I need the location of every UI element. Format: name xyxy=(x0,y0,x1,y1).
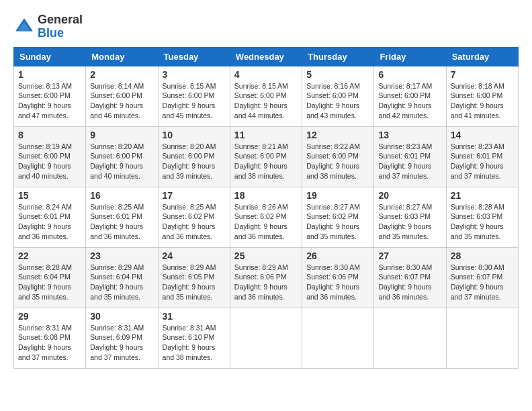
day-number: 5 xyxy=(306,69,369,80)
day-info: Sunrise: 8:27 AM Sunset: 6:02 PM Dayligh… xyxy=(306,202,369,242)
calendar-cell: 2 Sunrise: 8:14 AM Sunset: 6:00 PM Dayli… xyxy=(86,66,158,126)
weekday-header-sunday: Sunday xyxy=(14,47,86,66)
day-info: Sunrise: 8:18 AM Sunset: 6:00 PM Dayligh… xyxy=(451,81,514,121)
day-info: Sunrise: 8:28 AM Sunset: 6:03 PM Dayligh… xyxy=(451,202,514,242)
logo-icon xyxy=(13,16,35,38)
day-number: 15 xyxy=(18,190,81,201)
calendar-cell: 27 Sunrise: 8:30 AM Sunset: 6:07 PM Dayl… xyxy=(374,247,446,308)
day-number: 23 xyxy=(90,250,153,261)
weekday-header-tuesday: Tuesday xyxy=(158,47,230,66)
day-info: Sunrise: 8:31 AM Sunset: 6:09 PM Dayligh… xyxy=(90,323,153,363)
day-number: 8 xyxy=(18,130,81,140)
day-number: 7 xyxy=(451,69,514,80)
calendar-cell: 29 Sunrise: 8:31 AM Sunset: 6:08 PM Dayl… xyxy=(14,308,86,368)
day-number: 13 xyxy=(378,130,441,140)
calendar-cell: 10 Sunrise: 8:20 AM Sunset: 6:00 PM Dayl… xyxy=(158,126,230,187)
calendar-cell: 11 Sunrise: 8:21 AM Sunset: 6:00 PM Dayl… xyxy=(230,126,302,187)
day-info: Sunrise: 8:28 AM Sunset: 6:04 PM Dayligh… xyxy=(18,263,81,302)
calendar-cell: 13 Sunrise: 8:23 AM Sunset: 6:01 PM Dayl… xyxy=(374,126,446,187)
day-number: 2 xyxy=(90,69,153,80)
calendar-cell: 4 Sunrise: 8:15 AM Sunset: 6:00 PM Dayli… xyxy=(230,66,302,126)
calendar-cell: 16 Sunrise: 8:25 AM Sunset: 6:01 PM Dayl… xyxy=(86,187,158,247)
calendar-cell: 9 Sunrise: 8:20 AM Sunset: 6:00 PM Dayli… xyxy=(86,126,158,187)
day-number: 6 xyxy=(378,69,441,80)
calendar-cell: 20 Sunrise: 8:27 AM Sunset: 6:03 PM Dayl… xyxy=(374,187,446,247)
day-info: Sunrise: 8:30 AM Sunset: 6:06 PM Dayligh… xyxy=(306,263,369,302)
day-info: Sunrise: 8:19 AM Sunset: 6:00 PM Dayligh… xyxy=(18,142,81,181)
day-number: 29 xyxy=(18,311,81,322)
day-number: 11 xyxy=(234,130,298,140)
day-info: Sunrise: 8:29 AM Sunset: 6:04 PM Dayligh… xyxy=(90,263,153,302)
calendar-table: SundayMondayTuesdayWednesdayThursdayFrid… xyxy=(13,47,519,369)
calendar-cell: 21 Sunrise: 8:28 AM Sunset: 6:03 PM Dayl… xyxy=(446,187,518,247)
day-number: 22 xyxy=(18,250,81,261)
calendar-cell xyxy=(302,308,374,368)
weekday-header-monday: Monday xyxy=(86,47,158,66)
day-number: 28 xyxy=(451,250,514,261)
day-number: 17 xyxy=(163,190,226,201)
day-info: Sunrise: 8:26 AM Sunset: 6:02 PM Dayligh… xyxy=(234,202,298,242)
calendar-cell: 12 Sunrise: 8:22 AM Sunset: 6:00 PM Dayl… xyxy=(302,126,374,187)
day-number: 12 xyxy=(306,130,369,140)
calendar-cell: 7 Sunrise: 8:18 AM Sunset: 6:00 PM Dayli… xyxy=(446,66,518,126)
page-header: General Blue xyxy=(13,13,519,40)
calendar-cell: 24 Sunrise: 8:29 AM Sunset: 6:05 PM Dayl… xyxy=(158,247,230,308)
calendar-cell: 25 Sunrise: 8:29 AM Sunset: 6:06 PM Dayl… xyxy=(230,247,302,308)
calendar-cell: 3 Sunrise: 8:15 AM Sunset: 6:00 PM Dayli… xyxy=(158,66,230,126)
day-info: Sunrise: 8:23 AM Sunset: 6:01 PM Dayligh… xyxy=(378,142,441,181)
calendar-cell xyxy=(446,308,518,368)
calendar-cell: 17 Sunrise: 8:25 AM Sunset: 6:02 PM Dayl… xyxy=(158,187,230,247)
day-number: 27 xyxy=(378,250,441,261)
day-info: Sunrise: 8:20 AM Sunset: 6:00 PM Dayligh… xyxy=(163,142,226,181)
calendar-cell: 18 Sunrise: 8:26 AM Sunset: 6:02 PM Dayl… xyxy=(230,187,302,247)
weekday-header-wednesday: Wednesday xyxy=(230,47,302,66)
calendar-cell: 5 Sunrise: 8:16 AM Sunset: 6:00 PM Dayli… xyxy=(302,66,374,126)
day-number: 14 xyxy=(451,130,514,140)
calendar-cell: 6 Sunrise: 8:17 AM Sunset: 6:00 PM Dayli… xyxy=(374,66,446,126)
calendar-cell xyxy=(230,308,302,368)
day-number: 1 xyxy=(18,69,81,80)
day-info: Sunrise: 8:30 AM Sunset: 6:07 PM Dayligh… xyxy=(451,263,514,302)
calendar-cell: 1 Sunrise: 8:13 AM Sunset: 6:00 PM Dayli… xyxy=(14,66,86,126)
day-info: Sunrise: 8:21 AM Sunset: 6:00 PM Dayligh… xyxy=(234,142,298,181)
day-info: Sunrise: 8:13 AM Sunset: 6:00 PM Dayligh… xyxy=(18,81,81,121)
day-number: 10 xyxy=(163,130,226,140)
day-info: Sunrise: 8:15 AM Sunset: 6:00 PM Dayligh… xyxy=(234,81,298,121)
calendar-cell: 22 Sunrise: 8:28 AM Sunset: 6:04 PM Dayl… xyxy=(14,247,86,308)
weekday-header-saturday: Saturday xyxy=(446,47,518,66)
day-info: Sunrise: 8:17 AM Sunset: 6:00 PM Dayligh… xyxy=(378,81,441,121)
day-number: 18 xyxy=(234,190,298,201)
day-number: 30 xyxy=(90,311,153,322)
calendar-cell: 31 Sunrise: 8:31 AM Sunset: 6:10 PM Dayl… xyxy=(158,308,230,368)
day-info: Sunrise: 8:31 AM Sunset: 6:10 PM Dayligh… xyxy=(163,323,226,363)
calendar-cell: 28 Sunrise: 8:30 AM Sunset: 6:07 PM Dayl… xyxy=(446,247,518,308)
calendar-cell: 26 Sunrise: 8:30 AM Sunset: 6:06 PM Dayl… xyxy=(302,247,374,308)
day-info: Sunrise: 8:31 AM Sunset: 6:08 PM Dayligh… xyxy=(18,323,81,363)
logo: General Blue xyxy=(13,13,83,40)
day-info: Sunrise: 8:29 AM Sunset: 6:05 PM Dayligh… xyxy=(163,263,226,302)
day-info: Sunrise: 8:27 AM Sunset: 6:03 PM Dayligh… xyxy=(378,202,441,242)
day-number: 16 xyxy=(90,190,153,201)
day-info: Sunrise: 8:25 AM Sunset: 6:02 PM Dayligh… xyxy=(163,202,226,242)
day-number: 25 xyxy=(234,250,298,261)
day-number: 21 xyxy=(451,190,514,201)
day-info: Sunrise: 8:16 AM Sunset: 6:00 PM Dayligh… xyxy=(306,81,369,121)
day-info: Sunrise: 8:29 AM Sunset: 6:06 PM Dayligh… xyxy=(234,263,298,302)
calendar-cell: 30 Sunrise: 8:31 AM Sunset: 6:09 PM Dayl… xyxy=(86,308,158,368)
day-number: 26 xyxy=(306,250,369,261)
day-number: 19 xyxy=(306,190,369,201)
day-info: Sunrise: 8:14 AM Sunset: 6:00 PM Dayligh… xyxy=(90,81,153,121)
calendar-cell xyxy=(374,308,446,368)
weekday-header-thursday: Thursday xyxy=(302,47,374,66)
weekday-header-friday: Friday xyxy=(374,47,446,66)
day-info: Sunrise: 8:25 AM Sunset: 6:01 PM Dayligh… xyxy=(90,202,153,242)
day-number: 31 xyxy=(163,311,226,322)
day-number: 20 xyxy=(378,190,441,201)
calendar-cell: 14 Sunrise: 8:23 AM Sunset: 6:01 PM Dayl… xyxy=(446,126,518,187)
day-number: 3 xyxy=(163,69,226,80)
day-info: Sunrise: 8:22 AM Sunset: 6:00 PM Dayligh… xyxy=(306,142,369,181)
day-info: Sunrise: 8:15 AM Sunset: 6:00 PM Dayligh… xyxy=(163,81,226,121)
calendar-cell: 19 Sunrise: 8:27 AM Sunset: 6:02 PM Dayl… xyxy=(302,187,374,247)
logo-general: General xyxy=(38,13,83,27)
calendar-cell: 8 Sunrise: 8:19 AM Sunset: 6:00 PM Dayli… xyxy=(14,126,86,187)
